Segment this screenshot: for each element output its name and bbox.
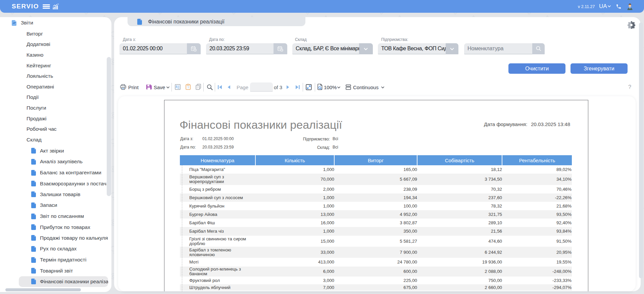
svg-text:?: ? — [187, 86, 189, 89]
